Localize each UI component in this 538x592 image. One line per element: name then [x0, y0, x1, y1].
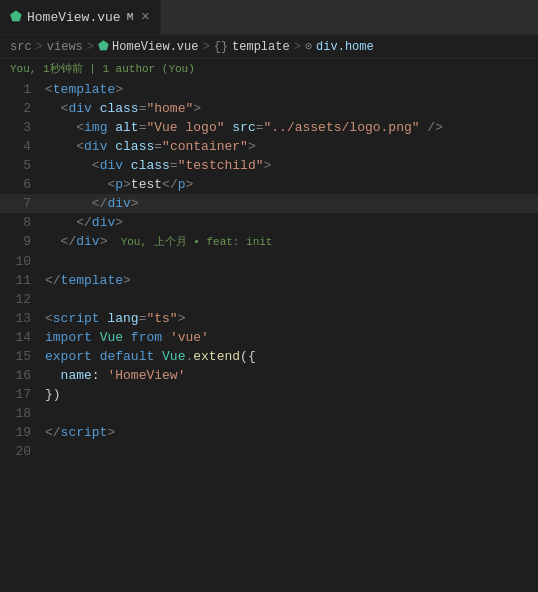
line-number: 18: [3, 404, 41, 423]
line-number: 19: [3, 423, 41, 442]
editor-line[interactable]: 1<template>: [0, 80, 538, 99]
line-number: 8: [3, 213, 41, 232]
line-number: 9: [3, 232, 41, 251]
line-content: </div>: [41, 213, 538, 232]
breadcrumb-link-icon: ⊙: [305, 39, 312, 54]
line-content: import Vue from 'vue': [41, 328, 538, 347]
tab-homeview[interactable]: ⬟ HomeView.vue M ×: [0, 0, 161, 34]
editor-line[interactable]: 14import Vue from 'vue': [0, 328, 538, 347]
breadcrumb-views[interactable]: views: [47, 40, 83, 54]
editor-line[interactable]: 4 <div class="container">: [0, 137, 538, 156]
line-content: </div> You, 上个月 • feat: init: [41, 232, 538, 252]
editor-line[interactable]: 17}): [0, 385, 538, 404]
line-content: <template>: [41, 80, 538, 99]
tab-modified-indicator: M: [127, 11, 134, 23]
line-number: 14: [3, 328, 41, 347]
editor-line[interactable]: 12: [0, 290, 538, 309]
line-number: 10: [3, 252, 41, 271]
editor-line[interactable]: 9 </div> You, 上个月 • feat: init: [0, 232, 538, 252]
breadcrumb-sep1: >: [36, 40, 43, 54]
editor-line[interactable]: 19</script>: [0, 423, 538, 442]
line-number: 1: [3, 80, 41, 99]
editor-line[interactable]: 6 <p>test</p>: [0, 175, 538, 194]
line-content: <script lang="ts">: [41, 309, 538, 328]
tab-bar: ⬟ HomeView.vue M ×: [0, 0, 538, 35]
vue-icon: ⬟: [10, 9, 21, 25]
tab-label: HomeView.vue: [27, 10, 121, 25]
editor-line[interactable]: 11</template>: [0, 271, 538, 290]
line-content: <p>test</p>: [41, 175, 538, 194]
line-content: export default Vue.extend({: [41, 347, 538, 366]
line-number: 13: [3, 309, 41, 328]
breadcrumb-template[interactable]: template: [232, 40, 290, 54]
line-number: 11: [3, 271, 41, 290]
git-info-bar: You, 1秒钟前 | 1 author (You): [0, 59, 538, 80]
line-number: 20: [3, 442, 41, 461]
editor-line[interactable]: 10: [0, 252, 538, 271]
editor-line[interactable]: 16 name: 'HomeView': [0, 366, 538, 385]
line-number: 6: [3, 175, 41, 194]
breadcrumb: src > views > ⬟ HomeView.vue > {} templa…: [0, 35, 538, 59]
git-info-text: You, 1秒钟前 | 1 author (You): [10, 63, 195, 75]
line-number: 15: [3, 347, 41, 366]
line-number: 3: [3, 118, 41, 137]
line-content: <div class="testchild">: [41, 156, 538, 175]
line-number: 5: [3, 156, 41, 175]
editor-line[interactable]: 15export default Vue.extend({: [0, 347, 538, 366]
editor-line[interactable]: 8 </div>: [0, 213, 538, 232]
line-content: <div class="home">: [41, 99, 538, 118]
line-number: 16: [3, 366, 41, 385]
line-content: <div class="container">: [41, 137, 538, 156]
editor-line[interactable]: 18: [0, 404, 538, 423]
tab-close-button[interactable]: ×: [141, 9, 149, 25]
breadcrumb-filename[interactable]: HomeView.vue: [112, 40, 198, 54]
editor-line[interactable]: 20: [0, 442, 538, 461]
line-number: 4: [3, 137, 41, 156]
line-content: </template>: [41, 271, 538, 290]
editor-line[interactable]: 3 <img alt="Vue logo" src="../assets/log…: [0, 118, 538, 137]
line-content: name: 'HomeView': [41, 366, 538, 385]
breadcrumb-tag-icon: {}: [214, 40, 228, 54]
line-content: </script>: [41, 423, 538, 442]
line-content: }): [41, 385, 538, 404]
editor-line[interactable]: 2 <div class="home">: [0, 99, 538, 118]
breadcrumb-divclass[interactable]: div.home: [316, 40, 374, 54]
line-number: 7: [3, 194, 41, 213]
breadcrumb-vue-icon: ⬟: [98, 39, 108, 54]
line-number: 2: [3, 99, 41, 118]
editor-line[interactable]: 5 <div class="testchild">: [0, 156, 538, 175]
editor-area: 1<template>2 <div class="home">3 <img al…: [0, 80, 538, 461]
breadcrumb-sep4: >: [294, 40, 301, 54]
editor-line[interactable]: 13<script lang="ts">: [0, 309, 538, 328]
breadcrumb-src[interactable]: src: [10, 40, 32, 54]
line-content: </div>: [41, 194, 538, 213]
line-number: 17: [3, 385, 41, 404]
breadcrumb-sep3: >: [202, 40, 209, 54]
breadcrumb-sep2: >: [87, 40, 94, 54]
line-number: 12: [3, 290, 41, 309]
line-content: <img alt="Vue logo" src="../assets/logo.…: [41, 118, 538, 137]
editor-line[interactable]: 7 </div>: [0, 194, 538, 213]
